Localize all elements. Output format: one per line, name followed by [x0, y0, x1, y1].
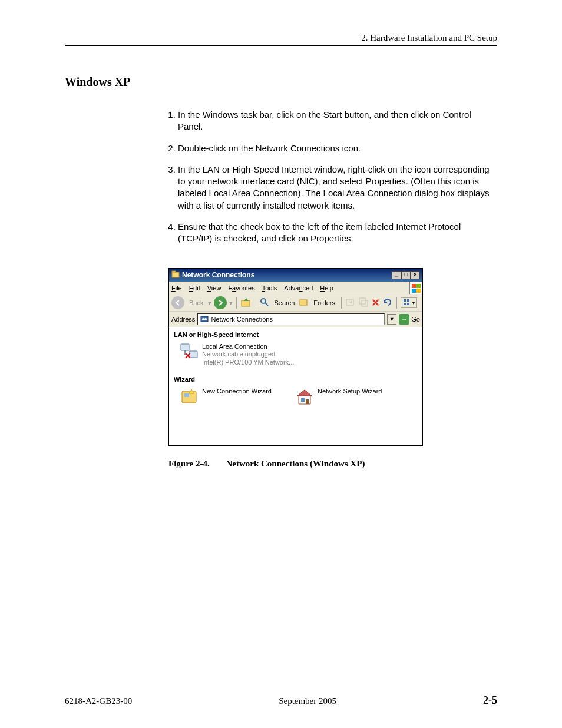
- step-2: Double-click on the Network Connections …: [178, 143, 497, 154]
- connection-status: Network cable unplugged: [202, 350, 294, 358]
- footer-date: September 2005: [279, 696, 336, 706]
- address-bar: Address Network Connections ▼ → Go: [169, 312, 422, 327]
- network-connection-icon: ✕: [180, 343, 199, 362]
- folders-icon[interactable]: [299, 297, 309, 308]
- figure-label: Figure 2-4.: [168, 459, 210, 468]
- maximize-button[interactable]: □: [401, 271, 411, 279]
- wizard-item-label: New Connection Wizard: [202, 388, 272, 395]
- toolbar-separator: [396, 297, 397, 309]
- svg-point-3: [261, 299, 266, 303]
- copy-to-icon: [358, 297, 369, 309]
- menu-edit[interactable]: Edit: [189, 284, 200, 292]
- svg-rect-5: [300, 300, 307, 305]
- step-4: Ensure that the check box to the left of…: [178, 221, 497, 245]
- search-label[interactable]: Search: [272, 298, 297, 307]
- step-1: In the Windows task bar, click on the St…: [178, 109, 497, 133]
- search-icon[interactable]: [260, 297, 269, 308]
- window-content: LAN or High-Speed Internet ✕ L: [169, 327, 422, 445]
- svg-rect-21: [301, 398, 305, 402]
- section-heading: Windows XP: [65, 75, 497, 89]
- svg-rect-2: [242, 300, 250, 306]
- window-title: Network Connections: [182, 271, 254, 279]
- connection-name: Local Area Connection: [202, 343, 294, 350]
- menu-help[interactable]: Help: [320, 284, 333, 292]
- menu-advanced[interactable]: Advanced: [284, 284, 313, 292]
- go-button[interactable]: → Go: [399, 314, 420, 325]
- page-header: 2. Hardware Installation and PC Setup: [65, 33, 497, 46]
- network-setup-wizard-item[interactable]: Network Setup Wizard: [295, 388, 382, 406]
- svg-rect-9: [404, 299, 406, 302]
- folder-icon: [171, 270, 180, 280]
- menu-tools[interactable]: Tools: [262, 284, 277, 292]
- address-folder-icon: [200, 315, 209, 324]
- instruction-steps: In the Windows task bar, click on the St…: [165, 109, 497, 244]
- lan-group-header: LAN or High-Speed Internet: [174, 330, 418, 340]
- svg-text:✕: ✕: [184, 351, 191, 360]
- network-setup-wizard-icon: [295, 388, 314, 406]
- back-button[interactable]: [171, 296, 184, 309]
- toolbar-separator: [256, 297, 256, 309]
- svg-point-14: [202, 318, 204, 320]
- toolbar: Back ▾ ▾ Search Folders: [169, 294, 422, 312]
- figure-caption: Figure 2-4. Network Connections (Windows…: [168, 459, 423, 469]
- menu-view[interactable]: View: [207, 284, 222, 292]
- back-label: Back: [187, 298, 206, 307]
- svg-rect-22: [306, 399, 309, 404]
- page-footer: 6218-A2-GB23-00 September 2005 2-5: [65, 694, 497, 707]
- window-titlebar[interactable]: Network Connections _ □ ×: [169, 269, 422, 282]
- local-area-connection-item[interactable]: ✕ Local Area Connection Network cable un…: [180, 343, 294, 366]
- wizard-item-label: Network Setup Wizard: [318, 388, 382, 395]
- svg-rect-10: [407, 299, 409, 302]
- svg-rect-11: [404, 303, 406, 305]
- windows-logo-icon: [409, 282, 422, 294]
- go-arrow-icon: →: [399, 314, 409, 325]
- svg-rect-1: [172, 271, 176, 273]
- minimize-button[interactable]: _: [392, 271, 401, 279]
- svg-rect-20: [184, 393, 189, 397]
- undo-icon[interactable]: [382, 297, 393, 309]
- go-label: Go: [411, 316, 420, 323]
- address-dropdown-icon[interactable]: ▼: [387, 314, 396, 325]
- close-button[interactable]: ×: [411, 271, 420, 279]
- svg-line-4: [265, 303, 268, 306]
- menu-bar: File Edit View Favorites Tools Advanced …: [169, 282, 409, 294]
- svg-rect-8: [362, 300, 368, 306]
- new-connection-wizard-item[interactable]: New Connection Wizard: [180, 388, 272, 406]
- figure-window: Network Connections _ □ × File Edit View…: [168, 268, 423, 469]
- footer-page-number: 2-5: [483, 694, 497, 707]
- svg-point-15: [204, 318, 207, 320]
- folders-label[interactable]: Folders: [311, 298, 338, 307]
- wizard-group-header: Wizard: [174, 375, 418, 385]
- forward-button[interactable]: [214, 296, 227, 309]
- delete-icon[interactable]: ✕: [371, 296, 380, 309]
- footer-doc-id: 6218-A2-GB23-00: [65, 696, 132, 706]
- menu-favorites[interactable]: Favorites: [228, 284, 254, 292]
- network-connections-window: Network Connections _ □ × File Edit View…: [168, 268, 423, 446]
- svg-rect-13: [201, 316, 208, 322]
- back-dropdown-icon[interactable]: ▾: [208, 299, 211, 307]
- svg-rect-16: [181, 344, 189, 350]
- chapter-title: 2. Hardware Installation and PC Setup: [361, 33, 497, 42]
- toolbar-separator: [341, 297, 342, 309]
- new-connection-wizard-icon: [180, 388, 199, 406]
- menu-file[interactable]: File: [171, 284, 182, 292]
- svg-rect-12: [407, 303, 409, 305]
- step-3: In the LAN or High-Speed Internet window…: [178, 164, 497, 211]
- connection-device: Intel(R) PRO/100 YM Network...: [202, 359, 294, 366]
- move-to-icon: [345, 297, 356, 309]
- up-folder-icon[interactable]: [240, 296, 252, 309]
- svg-rect-7: [359, 298, 365, 304]
- address-field[interactable]: Network Connections: [197, 313, 385, 325]
- toolbar-separator: [236, 297, 237, 309]
- figure-caption-text: Network Connections (Windows XP): [226, 459, 365, 468]
- forward-dropdown-icon[interactable]: ▾: [229, 299, 233, 307]
- address-value: Network Connections: [211, 316, 273, 323]
- views-icon[interactable]: ▾: [401, 297, 417, 308]
- address-label: Address: [171, 316, 195, 323]
